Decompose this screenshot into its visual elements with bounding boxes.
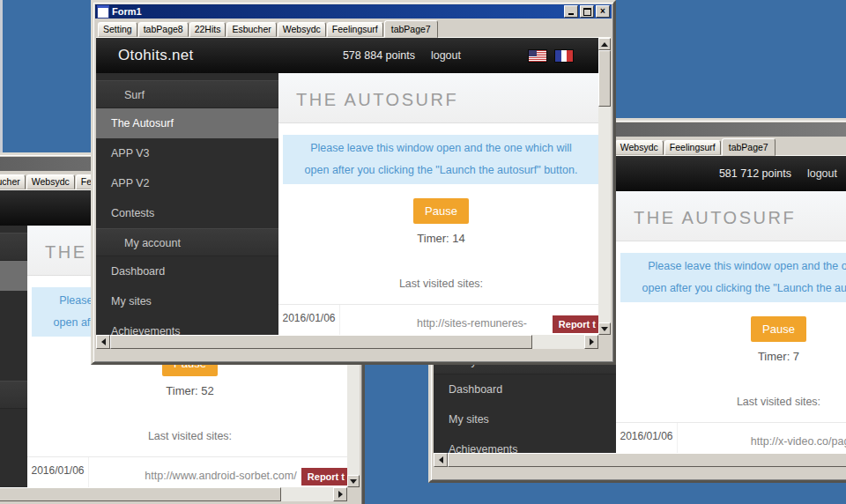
fr-flag-icon[interactable]	[554, 49, 574, 63]
sidebar-item[interactable]: Achievements	[434, 434, 616, 453]
maximize-button[interactable]	[580, 5, 594, 18]
pause-button[interactable]: Pause	[751, 316, 806, 342]
scrollbar-thumb[interactable]	[110, 335, 532, 349]
last-visited-label: Last visited sites:	[27, 430, 347, 442]
browser-viewport: Otohits.net 578 884 points logout SurfTh…	[96, 37, 611, 335]
arrow-down-icon	[350, 479, 357, 487]
logout-link[interactable]: logout	[431, 49, 461, 62]
scroll-left-button[interactable]	[96, 335, 110, 349]
last-visited-label: Last visited sites:	[616, 396, 846, 408]
window-title: Form1	[112, 6, 142, 17]
sidebar-item[interactable]: APP V2	[96, 168, 278, 198]
arrow-right-icon	[590, 338, 597, 345]
tab[interactable]: tabPage8	[138, 22, 189, 37]
notice-line: Please leave this window open and the on…	[620, 256, 846, 278]
sidebar-item[interactable]: Achievements	[96, 316, 278, 335]
scrollbar-thumb[interactable]	[448, 453, 846, 467]
horizontal-scrollbar[interactable]	[434, 453, 846, 467]
site-logo[interactable]: Otohits.net	[118, 47, 194, 64]
scroll-up-button[interactable]	[598, 38, 611, 50]
timer-label: Timer: 7	[616, 350, 846, 363]
last-visited-label: Last visited sites:	[278, 278, 598, 290]
arrow-up-icon	[601, 39, 608, 47]
vertical-scrollbar[interactable]	[598, 38, 611, 335]
minimize-button[interactable]	[564, 5, 578, 18]
otohits-page: Otohits.net 578 884 points logout SurfTh…	[96, 38, 598, 335]
notice-line: open after you clicking the "Launch the …	[283, 159, 598, 182]
tab[interactable]: tabPage7	[384, 20, 438, 38]
visit-url[interactable]: http://x-video.co/page/4/	[678, 423, 846, 453]
tab[interactable]: Websydc	[615, 140, 664, 155]
scroll-down-button[interactable]	[598, 322, 611, 335]
scrollbar-corner	[347, 487, 360, 501]
site-header: Otohits.net 578 884 points logout	[96, 38, 598, 73]
visited-row: 2016/01/06 http://x-video.co/page/4/ Rep…	[616, 422, 846, 453]
scrollbar-thumb[interactable]	[598, 50, 611, 107]
scrollbar-corner	[598, 335, 611, 349]
tab[interactable]: 22Hits	[189, 22, 226, 37]
pause-button[interactable]: Pause	[413, 198, 469, 224]
sidebar-item[interactable]: Achievements	[0, 469, 27, 487]
sidebar-item[interactable]: The Autosurf	[96, 108, 278, 138]
page-title: THE AUTOSURF	[278, 73, 598, 123]
tab[interactable]: Feelingsurf	[327, 22, 383, 37]
tab[interactable]: Websydc	[26, 174, 75, 189]
sidebar-item[interactable]: The Autosurf	[0, 261, 27, 291]
report-button[interactable]: Report t	[553, 315, 598, 333]
main-content: THE AUTOSURF Please leave this window op…	[616, 191, 846, 453]
arrow-down-icon	[601, 327, 608, 335]
notice-line: Please leave this window open and the on…	[283, 137, 598, 159]
visited-row: 2016/01/06 http://sites-remuneres- Repor…	[278, 304, 598, 335]
scroll-down-button[interactable]	[347, 475, 360, 487]
tab[interactable]: Setting	[98, 22, 137, 37]
tab-strip: SettingtabPage822HitsEsbucherWebsydcFeel…	[96, 19, 611, 37]
scroll-right-button[interactable]	[584, 335, 598, 349]
us-flag-icon[interactable]	[528, 49, 547, 63]
notice-box: Please leave this window open and the on…	[620, 253, 846, 302]
arrow-right-icon	[338, 491, 346, 498]
desktop: × SettingtabPage822HitsEsbucherWebsydcFe…	[0, 0, 846, 504]
scrollbar-thumb[interactable]	[0, 487, 281, 501]
tab[interactable]: Feelingsurf	[664, 140, 721, 155]
arrow-left-icon	[98, 338, 106, 345]
notice-box: Please leave this window open and the on…	[283, 135, 598, 184]
window-form1: Form1 × SettingtabPage822HitsEsbucherWeb…	[91, 0, 616, 365]
tab[interactable]: Esbucher	[226, 22, 276, 37]
sidebar-item[interactable]: APP V3	[0, 291, 27, 321]
sidebar-item[interactable]: Contests	[0, 351, 27, 381]
tab[interactable]: Websydc	[278, 22, 326, 37]
sidebar-item[interactable]: My sites	[434, 404, 616, 434]
logout-link[interactable]: logout	[807, 167, 837, 180]
tab[interactable]: Esbucher	[0, 174, 26, 189]
horizontal-scrollbar[interactable]	[0, 487, 360, 501]
sidebar-item[interactable]: Surf	[96, 80, 278, 108]
visit-date: 2016/01/06	[278, 305, 340, 335]
sidebar-item[interactable]: My account	[96, 228, 278, 256]
sidebar-item[interactable]: Dashboard	[434, 374, 616, 404]
scroll-right-button[interactable]	[333, 487, 347, 501]
sidebar-nav: SurfThe AutosurfAPP V3APP V2ContestsMy a…	[0, 226, 27, 487]
scroll-left-button[interactable]	[434, 453, 448, 467]
report-button[interactable]: Report t	[301, 468, 347, 485]
tab[interactable]: tabPage7	[722, 138, 776, 156]
sidebar-item[interactable]: My account	[0, 381, 27, 409]
points-label: 581 712 points	[719, 167, 791, 180]
sidebar-nav: SurfThe AutosurfAPP V3APP V2ContestsMy a…	[96, 73, 278, 335]
titlebar[interactable]: Form1 ×	[95, 4, 612, 19]
sidebar-item[interactable]: My sites	[96, 286, 278, 316]
sidebar-item[interactable]: APP V2	[0, 321, 27, 351]
sidebar-item[interactable]: APP V3	[96, 138, 278, 168]
arrow-left-icon	[435, 456, 443, 463]
timer-label: Timer: 52	[27, 384, 347, 397]
sidebar-item[interactable]: Dashboard	[96, 256, 278, 286]
sidebar-item[interactable]: Surf	[0, 233, 27, 261]
sidebar-item[interactable]: Dashboard	[0, 409, 27, 439]
visited-row: 2016/01/06 http://www.android-sorbet.com…	[27, 456, 347, 487]
points-label: 578 884 points	[343, 49, 415, 62]
visit-date: 2016/01/06	[616, 423, 678, 453]
horizontal-scrollbar[interactable]	[96, 335, 611, 349]
notice-line: open after you clicking the "Launch the …	[620, 278, 846, 300]
sidebar-item[interactable]: Contests	[96, 198, 278, 228]
sidebar-item[interactable]: My sites	[0, 439, 27, 469]
close-button[interactable]: ×	[596, 5, 610, 18]
